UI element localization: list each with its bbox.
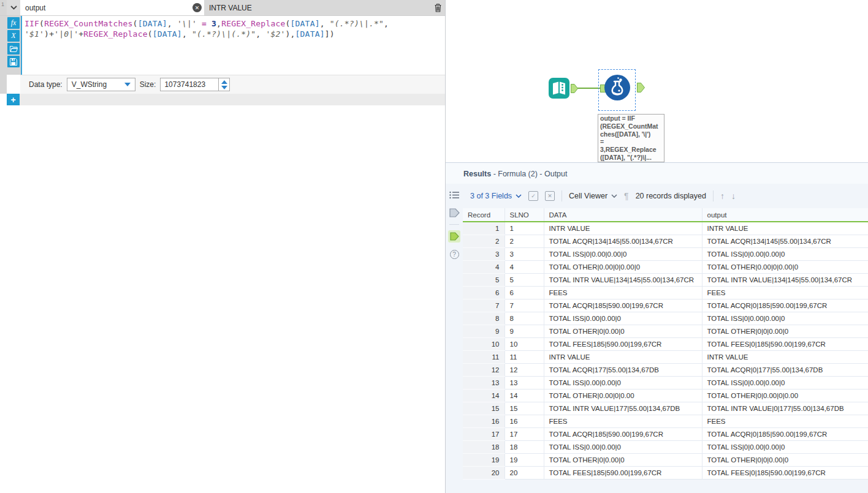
- table-row[interactable]: 1414TOTAL OTHER|0.00|0|0.00TOTAL OTHER|0…: [463, 389, 868, 402]
- data-cell[interactable]: 20: [504, 466, 544, 479]
- data-cell[interactable]: INTR VALUE: [702, 350, 868, 363]
- table-row[interactable]: 1717TOTAL ACQR|185|590.00|199,67CRTOTAL …: [463, 427, 868, 440]
- column-header-record[interactable]: Record: [463, 208, 504, 222]
- data-cell[interactable]: TOTAL ISS|0|0.00|0.00|0: [702, 376, 868, 389]
- data-cell[interactable]: TOTAL ISS|0|0.00|0.00|0: [702, 247, 868, 260]
- save-icon[interactable]: [7, 56, 20, 67]
- data-cell[interactable]: TOTAL ACQR|185|590.00|199,67CR: [544, 427, 702, 440]
- record-number-cell[interactable]: 7: [463, 299, 504, 312]
- data-cell[interactable]: TOTAL OTHER|0|0|0.00|0: [702, 325, 868, 337]
- table-row[interactable]: 1616FEESFEES: [463, 415, 868, 427]
- record-number-cell[interactable]: 13: [463, 376, 504, 389]
- input-anchor-icon[interactable]: [448, 206, 460, 219]
- table-row[interactable]: 1818TOTAL ISS|0.00|0.00|0TOTAL ISS|0|0.0…: [463, 440, 868, 453]
- formula-output-anchor[interactable]: [637, 83, 645, 92]
- table-row[interactable]: 2020TOTAL FEES|185|590.00|199,67CRTOTAL …: [463, 466, 868, 479]
- data-cell[interactable]: TOTAL ACQR|0|185|590.00|199,67CR: [702, 299, 868, 312]
- scroll-up-icon[interactable]: ↑: [720, 191, 725, 201]
- data-cell[interactable]: TOTAL ISS|0.00|0.00|0: [544, 312, 702, 325]
- data-cell[interactable]: TOTAL INTR VALUE|0|177|55.00|134,67DB: [702, 402, 868, 415]
- data-cell[interactable]: TOTAL ISS|0.00|0.00|0: [544, 376, 702, 389]
- data-cell[interactable]: 5: [504, 273, 544, 286]
- data-cell[interactable]: 13: [504, 376, 544, 389]
- table-row[interactable]: 1111INTR VALUEINTR VALUE: [463, 350, 868, 363]
- data-cell[interactable]: TOTAL OTHER|0.00|0|0.00|0: [702, 260, 868, 273]
- record-number-cell[interactable]: 5: [463, 273, 504, 286]
- data-cell[interactable]: TOTAL INTR VALUE|177|55.00|134,67DB: [544, 402, 702, 415]
- data-cell[interactable]: 10: [504, 337, 544, 350]
- data-cell[interactable]: 1: [504, 222, 544, 235]
- clear-field-icon[interactable]: ✕: [192, 3, 202, 12]
- step-down-icon[interactable]: [221, 86, 227, 89]
- size-stepper[interactable]: [219, 78, 230, 91]
- data-cell[interactable]: FEES: [702, 415, 868, 427]
- output-anchor-icon[interactable]: [448, 230, 460, 243]
- data-cell[interactable]: 4: [504, 260, 544, 273]
- data-cell[interactable]: TOTAL INTR VALUE|134|145|55.00|134,67CR: [702, 273, 868, 286]
- table-row[interactable]: 55TOTAL INTR VALUE|134|145|55.00|134,67C…: [463, 273, 868, 286]
- workflow-canvas[interactable]: output = IIF(REGEX_CountMatches([DATA], …: [446, 0, 868, 162]
- function-icon[interactable]: fx: [7, 17, 20, 29]
- data-cell[interactable]: FEES: [544, 286, 702, 299]
- record-number-cell[interactable]: 11: [463, 350, 504, 363]
- data-cell[interactable]: 11: [504, 350, 544, 363]
- data-cell[interactable]: TOTAL OTHER|0|0.00|0: [544, 325, 702, 337]
- data-cell[interactable]: 8: [504, 312, 544, 325]
- record-number-cell[interactable]: 19: [463, 453, 504, 466]
- record-number-cell[interactable]: 8: [463, 312, 504, 325]
- record-number-cell[interactable]: 20: [463, 466, 504, 479]
- data-type-select[interactable]: V_WString: [67, 78, 135, 91]
- variable-icon[interactable]: X: [7, 30, 20, 42]
- data-cell[interactable]: TOTAL FEES|185|590.00|199,67CR: [544, 466, 702, 479]
- table-row[interactable]: 77TOTAL ACQR|185|590.00|199,67CRTOTAL AC…: [463, 299, 868, 312]
- scroll-down-icon[interactable]: ↓: [731, 191, 736, 201]
- add-expression-button[interactable]: +: [7, 94, 20, 105]
- record-number-cell[interactable]: 2: [463, 235, 504, 247]
- table-row[interactable]: 99TOTAL OTHER|0|0.00|0TOTAL OTHER|0|0|0.…: [463, 325, 868, 337]
- data-cell[interactable]: TOTAL FEES|0|185|590.00|199,67CR: [702, 337, 868, 350]
- table-row[interactable]: 66FEESFEES: [463, 286, 868, 299]
- data-cell[interactable]: 7: [504, 299, 544, 312]
- size-input[interactable]: 1073741823: [160, 78, 219, 91]
- text-input-tool[interactable]: [549, 78, 569, 99]
- column-header-data[interactable]: DATA: [544, 208, 702, 222]
- record-number-cell[interactable]: 10: [463, 337, 504, 350]
- data-cell[interactable]: FEES: [702, 286, 868, 299]
- table-row[interactable]: 1212TOTAL ACQR|177|55.00|134,67DBTOTAL A…: [463, 363, 868, 376]
- record-number-cell[interactable]: 3: [463, 247, 504, 260]
- open-folder-icon[interactable]: [7, 43, 20, 55]
- record-number-cell[interactable]: 12: [463, 363, 504, 376]
- data-cell[interactable]: TOTAL ISS|0|0.00|0.00|0: [544, 247, 702, 260]
- data-cell[interactable]: TOTAL ACQR|134|145|55.00|134,67CR: [544, 235, 702, 247]
- metadata-list-icon[interactable]: [448, 189, 460, 201]
- data-cell[interactable]: TOTAL OTHER|0|0|0.00|0: [702, 453, 868, 466]
- record-number-cell[interactable]: 18: [463, 440, 504, 453]
- data-cell[interactable]: TOTAL FEES|0|185|590.00|199,67CR: [702, 466, 868, 479]
- data-cell[interactable]: TOTAL INTR VALUE|134|145|55.00|134,67CR: [544, 273, 702, 286]
- record-number-cell[interactable]: 1: [463, 222, 504, 235]
- delete-expression-button[interactable]: [430, 0, 445, 15]
- data-cell[interactable]: INTR VALUE: [544, 222, 702, 235]
- table-row[interactable]: 33TOTAL ISS|0|0.00|0.00|0TOTAL ISS|0|0.0…: [463, 247, 868, 260]
- data-cell[interactable]: 14: [504, 389, 544, 402]
- data-cell[interactable]: 6: [504, 286, 544, 299]
- table-row[interactable]: 1313TOTAL ISS|0.00|0.00|0TOTAL ISS|0|0.0…: [463, 376, 868, 389]
- data-cell[interactable]: TOTAL OTHER|0.00|0|0.00: [544, 389, 702, 402]
- data-cell[interactable]: TOTAL FEES|185|590.00|199,67CR: [544, 337, 702, 350]
- data-cell[interactable]: FEES: [544, 415, 702, 427]
- cell-viewer-dropdown[interactable]: Cell Viewer: [569, 192, 617, 200]
- data-cell[interactable]: TOTAL ISS|0|0.00|0.00|0: [702, 440, 868, 453]
- data-cell[interactable]: 15: [504, 402, 544, 415]
- table-row[interactable]: 1515TOTAL INTR VALUE|177|55.00|134,67DBT…: [463, 402, 868, 415]
- expression-code-editor[interactable]: IIF(REGEX_CountMatches([DATA], '\|' = 3,…: [21, 16, 445, 75]
- fields-dropdown[interactable]: 3 of 3 Fields: [470, 192, 522, 200]
- data-cell[interactable]: TOTAL OTHER|0|0.00|0: [544, 453, 702, 466]
- data-cell[interactable]: 16: [504, 415, 544, 427]
- output-field-input[interactable]: output ✕: [20, 0, 204, 15]
- show-whitespace-icon[interactable]: ¶: [624, 191, 629, 201]
- data-cell[interactable]: 2: [504, 235, 544, 247]
- data-cell[interactable]: 19: [504, 453, 544, 466]
- table-row[interactable]: 11INTR VALUEINTR VALUE: [463, 222, 868, 235]
- data-cell[interactable]: TOTAL ACQR|185|590.00|199,67CR: [544, 299, 702, 312]
- data-cell[interactable]: INTR VALUE: [702, 222, 868, 235]
